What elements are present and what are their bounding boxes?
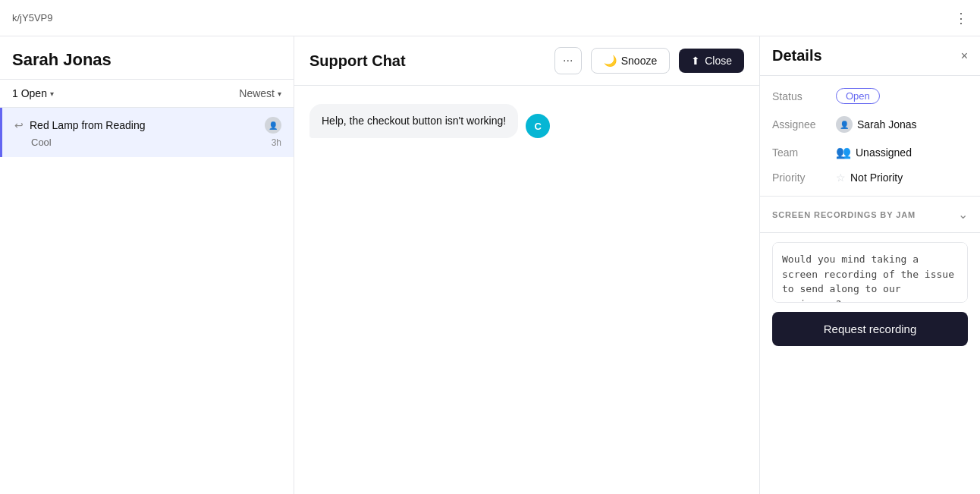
top-bar: k/jY5VP9 ⋮ bbox=[0, 0, 980, 36]
chat-header: Support Chat ··· 🌙 Snooze ⬆ Close bbox=[294, 36, 759, 86]
priority-label: Priority bbox=[772, 171, 827, 184]
message-sender-avatar: C bbox=[526, 114, 550, 138]
conv-subtitle-text: Cool bbox=[31, 137, 52, 148]
sidebar-header: Sarah Jonas bbox=[0, 36, 294, 80]
assignee-avatar: 👤 bbox=[836, 116, 853, 133]
team-label: Team bbox=[772, 146, 827, 159]
chat-messages: Help, the checkout button isn't working!… bbox=[294, 86, 759, 494]
snooze-button[interactable]: 🌙 Snooze bbox=[591, 48, 670, 74]
screen-recordings-header[interactable]: SCREEN RECORDINGS BY JAM ⌄ bbox=[760, 197, 980, 233]
priority-row: Priority ☆ Not Priority bbox=[772, 171, 968, 184]
conv-title-text: Red Lamp from Reading bbox=[30, 119, 146, 131]
sort-chevron-icon: ▾ bbox=[278, 90, 281, 98]
sort-button[interactable]: Newest ▾ bbox=[239, 87, 281, 99]
status-label: Status bbox=[772, 90, 827, 102]
snooze-label: Snooze bbox=[621, 55, 657, 67]
priority-name: Not Priority bbox=[850, 171, 903, 184]
url-bar: k/jY5VP9 bbox=[12, 12, 52, 24]
close-label: Close bbox=[705, 55, 732, 67]
screen-recordings-label: SCREEN RECORDINGS BY JAM bbox=[772, 210, 916, 219]
reply-icon: ↩ bbox=[14, 119, 24, 131]
conv-row-bottom: Cool 3h bbox=[14, 137, 281, 148]
recording-message-textarea[interactable] bbox=[772, 242, 968, 303]
conv-title-group: ↩ Red Lamp from Reading bbox=[14, 119, 146, 131]
main-container: Sarah Jonas 1 Open ▾ Newest ▾ ↩ Red Lamp… bbox=[0, 36, 980, 494]
recording-section: Request recording bbox=[760, 233, 980, 355]
conv-assignee-avatar: 👤 bbox=[265, 117, 281, 134]
screen-recordings-chevron-icon: ⌄ bbox=[958, 207, 968, 222]
assignee-name: Sarah Jonas bbox=[857, 118, 917, 131]
conv-time: 3h bbox=[272, 137, 281, 148]
details-panel: Details × Status Open Assignee 👤 Sarah J… bbox=[760, 36, 980, 494]
chat-more-button[interactable]: ··· bbox=[554, 47, 582, 74]
close-button[interactable]: ⬆ Close bbox=[679, 49, 744, 73]
sidebar-filter-bar: 1 Open ▾ Newest ▾ bbox=[0, 80, 294, 108]
assignee-label: Assignee bbox=[772, 118, 827, 131]
priority-icon: ☆ bbox=[836, 171, 846, 184]
request-recording-button[interactable]: Request recording bbox=[772, 312, 968, 346]
assignee-row: Assignee 👤 Sarah Jonas bbox=[772, 116, 968, 133]
team-row: Team 👥 Unassigned bbox=[772, 145, 968, 159]
message-row: Help, the checkout button isn't working!… bbox=[309, 104, 744, 138]
status-value: Open bbox=[836, 88, 880, 104]
sidebar-contact-name: Sarah Jonas bbox=[12, 50, 112, 69]
details-header: Details × bbox=[760, 36, 980, 76]
priority-value[interactable]: ☆ Not Priority bbox=[836, 171, 903, 184]
sort-label: Newest bbox=[239, 87, 275, 99]
close-icon: ⬆ bbox=[691, 55, 700, 67]
status-row: Status Open bbox=[772, 88, 968, 104]
sidebar: Sarah Jonas 1 Open ▾ Newest ▾ ↩ Red Lamp… bbox=[0, 36, 294, 494]
message-bubble: Help, the checkout button isn't working! bbox=[309, 104, 518, 138]
assignee-value[interactable]: 👤 Sarah Jonas bbox=[836, 116, 917, 133]
open-filter-chevron-icon: ▾ bbox=[50, 90, 54, 98]
open-filter-button[interactable]: 1 Open ▾ bbox=[12, 87, 54, 99]
team-name: Unassigned bbox=[856, 146, 912, 159]
team-value[interactable]: 👥 Unassigned bbox=[836, 145, 912, 159]
team-icon: 👥 bbox=[836, 145, 851, 159]
details-close-icon[interactable]: × bbox=[961, 49, 968, 63]
chat-panel: Support Chat ··· 🌙 Snooze ⬆ Close Help, … bbox=[294, 36, 760, 494]
chat-title: Support Chat bbox=[309, 52, 545, 70]
snooze-icon: 🌙 bbox=[604, 55, 617, 67]
status-badge[interactable]: Open bbox=[836, 88, 880, 104]
conversation-list: ↩ Red Lamp from Reading 👤 Cool 3h bbox=[0, 108, 294, 494]
conversation-item[interactable]: ↩ Red Lamp from Reading 👤 Cool 3h bbox=[0, 108, 294, 157]
conv-row-top: ↩ Red Lamp from Reading 👤 bbox=[14, 117, 281, 134]
details-title: Details bbox=[772, 47, 822, 65]
open-filter-label: 1 Open bbox=[12, 87, 47, 99]
details-body: Status Open Assignee 👤 Sarah Jonas Team … bbox=[760, 76, 980, 197]
more-options-icon[interactable]: ⋮ bbox=[954, 10, 968, 27]
